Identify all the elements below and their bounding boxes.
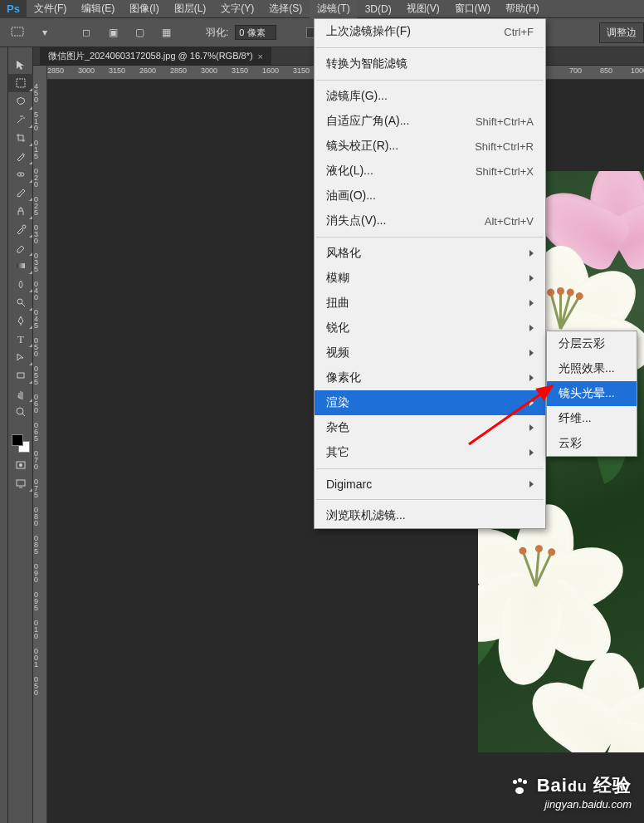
tool-preset-icon[interactable] bbox=[8, 22, 28, 42]
submenu-arrow-icon bbox=[529, 424, 534, 431]
menu-label: 杂色 bbox=[326, 420, 349, 435]
menu-help[interactable]: 帮助(H) bbox=[498, 0, 547, 18]
menu-label: 上次滤镜操作(F) bbox=[326, 24, 411, 39]
menu-item-adaptive-wide[interactable]: 自适应广角(A)... Shift+Ctrl+A bbox=[315, 109, 545, 134]
menu-item-blur[interactable]: 模糊 bbox=[315, 266, 545, 291]
submenu-item-fibers[interactable]: 纤维... bbox=[547, 406, 637, 431]
menu-3d[interactable]: 3D(D) bbox=[358, 1, 399, 17]
menu-item-digimarc[interactable]: Digimarc bbox=[315, 473, 545, 496]
menu-item-distort[interactable]: 扭曲 bbox=[315, 291, 545, 316]
menu-select[interactable]: 选择(S) bbox=[261, 0, 310, 18]
submenu-item-lighting[interactable]: 光照效果... bbox=[547, 356, 637, 381]
menu-item-render[interactable]: 渲染 bbox=[315, 390, 545, 415]
menu-file[interactable]: 文件(F) bbox=[27, 0, 74, 18]
menu-item-filter-gallery[interactable]: 滤镜库(G)... bbox=[315, 84, 545, 109]
menu-item-pixelate[interactable]: 像素化 bbox=[315, 365, 545, 390]
magic-wand-tool[interactable] bbox=[8, 110, 33, 129]
menu-view[interactable]: 视图(V) bbox=[399, 0, 447, 18]
color-swatch[interactable] bbox=[12, 434, 30, 453]
svg-rect-7 bbox=[17, 373, 24, 378]
menu-item-vanishing-point[interactable]: 消失点(V)... Alt+Ctrl+V bbox=[315, 208, 545, 233]
zoom-tool[interactable] bbox=[8, 403, 33, 421]
menu-image[interactable]: 图像(I) bbox=[122, 0, 166, 18]
svg-rect-4 bbox=[17, 263, 25, 268]
move-tool[interactable] bbox=[8, 56, 33, 74]
menu-window[interactable]: 窗口(W) bbox=[447, 0, 498, 18]
render-submenu: 分层云彩 光照效果... 镜头光晕... 纤维... 云彩 bbox=[546, 331, 637, 457]
menu-edit[interactable]: 编辑(E) bbox=[74, 0, 122, 18]
submenu-arrow-icon bbox=[529, 449, 534, 456]
rectangle-tool[interactable] bbox=[8, 366, 33, 385]
menubar: Ps 文件(F) 编辑(E) 图像(I) 图层(L) 文字(Y) 选择(S) 滤… bbox=[0, 0, 644, 18]
menu-item-noise[interactable]: 杂色 bbox=[315, 415, 545, 440]
submenu-arrow-icon bbox=[529, 350, 534, 356]
menu-filter[interactable]: 滤镜(T) bbox=[310, 0, 357, 18]
quick-mask-tool[interactable] bbox=[8, 456, 33, 474]
feather-label: 羽化: bbox=[206, 26, 228, 40]
menu-label: 消失点(V)... bbox=[326, 213, 386, 228]
gradient-tool[interactable] bbox=[8, 257, 33, 275]
submenu-item-lens-flare[interactable]: 镜头光晕... bbox=[547, 381, 637, 406]
menu-label: 滤镜库(G)... bbox=[326, 89, 388, 104]
eyedropper-tool[interactable] bbox=[8, 147, 33, 165]
watermark-brand-exp: 经验 bbox=[593, 775, 632, 796]
submenu-item-clouds-diff[interactable]: 分层云彩 bbox=[547, 331, 637, 356]
submenu-arrow-icon bbox=[529, 250, 534, 257]
menu-item-lens-correction[interactable]: 镜头校正(R)... Shift+Ctrl+R bbox=[315, 134, 545, 159]
history-brush-tool[interactable] bbox=[8, 220, 33, 238]
menu-label: 油画(O)... bbox=[326, 189, 376, 203]
eraser-tool[interactable] bbox=[8, 238, 33, 257]
menu-item-sharpen[interactable]: 锐化 bbox=[315, 316, 545, 340]
new-selection-icon[interactable]: ◻ bbox=[76, 22, 96, 42]
feather-input[interactable] bbox=[235, 25, 276, 40]
menu-type[interactable]: 文字(Y) bbox=[213, 0, 261, 18]
watermark-brand-bai: Bai bbox=[537, 775, 568, 796]
foreground-color-icon[interactable] bbox=[12, 434, 23, 446]
menu-label: 锐化 bbox=[326, 321, 349, 336]
brush-tool[interactable] bbox=[8, 184, 33, 202]
add-selection-icon[interactable]: ▣ bbox=[103, 22, 123, 42]
pen-tool[interactable] bbox=[8, 311, 33, 330]
menu-item-last-filter[interactable]: 上次滤镜操作(F) Ctrl+F bbox=[315, 19, 545, 44]
menu-label: 液化(L)... bbox=[326, 164, 373, 179]
menu-item-liquify[interactable]: 液化(L)... Shift+Ctrl+X bbox=[315, 159, 545, 184]
lasso-tool[interactable] bbox=[8, 92, 33, 110]
menu-label: 纤维... bbox=[559, 411, 592, 426]
type-tool[interactable]: T bbox=[8, 330, 33, 348]
blur-tool[interactable] bbox=[8, 275, 33, 293]
filter-dropdown-menu: 上次滤镜操作(F) Ctrl+F 转换为智能滤镜 滤镜库(G)... 自适应广角… bbox=[314, 18, 546, 529]
screen-mode-tool[interactable] bbox=[8, 474, 33, 492]
healing-tool[interactable] bbox=[8, 165, 33, 184]
submenu-arrow-icon bbox=[529, 399, 534, 406]
menu-label: 自适应广角(A)... bbox=[326, 114, 409, 129]
document-title: 微信图片_20240603172058.jpg @ 16.7%(RGB/8*) bbox=[48, 50, 253, 62]
menu-layer[interactable]: 图层(L) bbox=[167, 0, 214, 18]
menu-item-smart-filter[interactable]: 转换为智能滤镜 bbox=[315, 51, 545, 76]
menu-item-oil-paint[interactable]: 油画(O)... bbox=[315, 184, 545, 208]
path-selection-tool[interactable] bbox=[8, 348, 33, 366]
refine-edge-button[interactable]: 调整边 bbox=[599, 22, 644, 43]
dropdown-icon[interactable]: ▾ bbox=[35, 22, 55, 42]
hand-tool[interactable] bbox=[8, 385, 33, 403]
menu-label: 扭曲 bbox=[326, 296, 349, 311]
svg-point-10 bbox=[19, 463, 22, 467]
close-icon[interactable]: × bbox=[258, 51, 263, 61]
menu-item-video[interactable]: 视频 bbox=[315, 340, 545, 365]
watermark-brand-du: du bbox=[568, 778, 588, 795]
submenu-arrow-icon bbox=[529, 325, 534, 331]
left-collapsed-panel[interactable] bbox=[0, 47, 8, 823]
crop-tool[interactable] bbox=[8, 129, 33, 147]
submenu-item-clouds[interactable]: 云彩 bbox=[547, 431, 637, 456]
marquee-tool[interactable] bbox=[8, 74, 33, 92]
menu-item-other[interactable]: 其它 bbox=[315, 440, 545, 465]
menu-item-stylize[interactable]: 风格化 bbox=[315, 241, 545, 266]
intersect-selection-icon[interactable]: ▦ bbox=[156, 22, 176, 42]
document-tab[interactable]: 微信图片_20240603172058.jpg @ 16.7%(RGB/8*) … bbox=[40, 47, 271, 65]
svg-point-3 bbox=[22, 225, 26, 228]
clone-tool[interactable] bbox=[8, 202, 33, 220]
menu-item-browse-online[interactable]: 浏览联机滤镜... bbox=[315, 503, 545, 528]
menu-label: 像素化 bbox=[326, 370, 361, 385]
menu-label: 模糊 bbox=[326, 271, 349, 286]
subtract-selection-icon[interactable]: ▢ bbox=[129, 22, 149, 42]
dodge-tool[interactable] bbox=[8, 293, 33, 311]
